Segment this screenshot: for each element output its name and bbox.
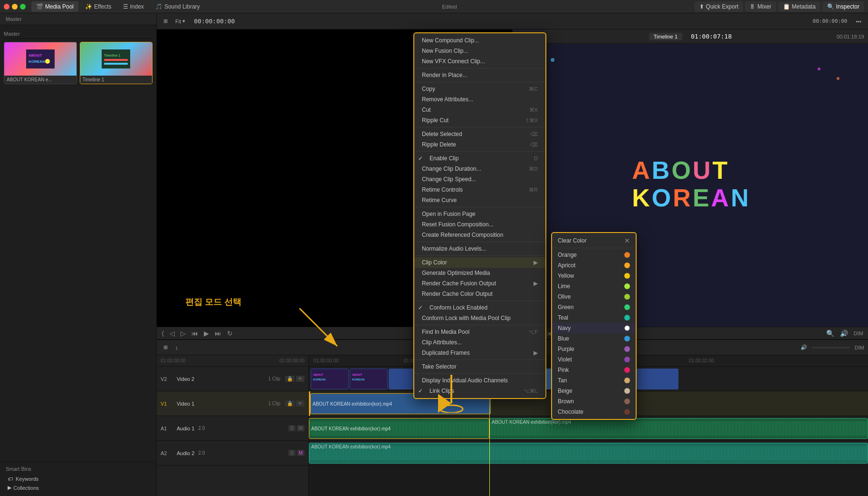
collections-item[interactable]: ▶ Collections (6, 483, 151, 492)
ctx-clip-attributes[interactable]: Clip Attributes... (414, 337, 545, 348)
ctx-ripple-cut[interactable]: Ripple Cut⇧⌘X (414, 115, 545, 126)
color-clear[interactable]: Clear Color ✕ (552, 235, 636, 246)
keywords-item[interactable]: 🏷 Keywords (6, 475, 151, 483)
metadata-icon: 📋 (783, 3, 790, 10)
ctx-reset-fusion-composition[interactable]: Reset Fusion Composition... (414, 219, 545, 230)
a2-clip[interactable]: ABOUT KOREAN exhibition(kor).mp4 (309, 443, 868, 464)
ctx-remove-attributes[interactable]: Remove Attributes... (414, 94, 545, 105)
a1-m-btn[interactable]: M (297, 425, 305, 431)
color-navy[interactable]: Navy (552, 323, 636, 333)
ctx-clip-color[interactable]: Clip Color ▶ (414, 257, 545, 268)
timeline-tool-2[interactable]: ↕ (172, 344, 181, 351)
color-orange[interactable]: Orange (552, 250, 636, 260)
maximize-btn[interactable] (20, 4, 26, 10)
ctx-new-fusion-clip[interactable]: New Fusion Clip... (414, 46, 545, 56)
v2-lock-btn[interactable]: 🔒 (285, 376, 295, 382)
ctx-new-vfx-connect-clip[interactable]: New VFX Connect Clip... (414, 56, 545, 67)
a1-s-btn[interactable]: S (288, 425, 296, 431)
media-item-2[interactable]: Timeline 1 Timeline 1 (80, 42, 153, 84)
inspector-btn[interactable]: 🔍 Inspector (822, 1, 864, 12)
ctx-delete-selected[interactable]: Delete Selected⌫ (414, 129, 545, 139)
index-tab[interactable]: ☰ Index (118, 1, 149, 12)
timeline-tool-1[interactable]: ⊞ (161, 343, 171, 351)
source-loop-btn[interactable]: ↻ (225, 330, 235, 337)
ctx-take-selector[interactable]: Take Selector (414, 361, 545, 372)
media-pool-tab[interactable]: 🎬 Media Pool (31, 1, 78, 12)
a1-clip[interactable]: ABOUT KOREAN exhibition(kor).mp4 (309, 418, 489, 439)
ctx-create-referenced-composition[interactable]: Create Referenced Composition (414, 230, 545, 240)
color-tan[interactable]: Tan (552, 375, 636, 386)
mixer-btn[interactable]: 🎚 Mixer (745, 1, 776, 12)
ctx-new-compound-clip[interactable]: New Compound Clip... (414, 35, 545, 46)
ctx-change-clip-speed[interactable]: Change Clip Speed... (414, 174, 545, 185)
ctx-duplicated-frames[interactable]: Duplicated Frames▶ (414, 348, 545, 358)
zoom-btn[interactable]: Fit ▾ (172, 17, 188, 25)
color-blue[interactable]: Blue (552, 333, 636, 344)
ctx-display-individual-audio[interactable]: Display Individual Audio Channels (414, 375, 545, 386)
quick-export-btn[interactable]: ⬆ Quick Export (695, 1, 744, 12)
source-step-back-btn[interactable]: ◁ (168, 330, 177, 337)
ctx-conform-lock-media-pool[interactable]: Conform Lock with Media Pool Clip (414, 313, 545, 323)
source-prev-btn[interactable]: ⟨ (160, 330, 166, 337)
color-brown[interactable]: Brown (552, 396, 636, 407)
color-lime[interactable]: Lime (552, 281, 636, 292)
source-step-fwd-btn[interactable]: ▷ (179, 330, 188, 337)
close-btn[interactable] (4, 4, 10, 10)
color-violet[interactable]: Violet (552, 354, 636, 365)
ctx-cut[interactable]: Cut⌘X (414, 105, 545, 115)
color-pink[interactable]: Pink (552, 365, 636, 375)
ctx-normalize-audio-levels[interactable]: Normalize Audio Levels... (414, 243, 545, 254)
color-yellow[interactable]: Yellow (552, 271, 636, 281)
ctx-render-in-place-label: Render in Place... (422, 72, 467, 78)
ctx-retime-curve[interactable]: Retime Curve (414, 195, 545, 205)
ctx-generate-optimized-media[interactable]: Generate Optimized Media (414, 268, 545, 278)
color-green[interactable]: Green (552, 302, 636, 312)
ctx-open-fusion-page[interactable]: Open in Fusion Page (414, 209, 545, 219)
viewer-mode-btn[interactable]: ⊞ (161, 17, 171, 25)
ctx-retime-controls[interactable]: Retime Controls⌘R (414, 185, 545, 195)
source-skip-end-btn[interactable]: ⏭ (213, 330, 223, 337)
source-skip-start-btn[interactable]: ⏮ (190, 330, 200, 337)
timeline-name-tab[interactable]: Timeline 1 (649, 33, 682, 40)
v1-eye-btn[interactable]: 👁 (296, 400, 305, 407)
a2-s-btn[interactable]: S (288, 450, 296, 456)
ctx-ripple-cut-label: Ripple Cut (422, 117, 448, 124)
v2-eye-btn[interactable]: 👁 (296, 376, 305, 382)
v2-clip-2[interactable]: ABOUTKOREAN (350, 369, 388, 389)
ctx-render-in-place[interactable]: Render in Place... (414, 70, 545, 80)
color-purple[interactable]: Purple (552, 344, 636, 354)
color-beige[interactable]: Beige (552, 386, 636, 396)
about-line2: K O R E A N (632, 185, 748, 212)
color-teal[interactable]: Teal (552, 312, 636, 323)
color-submenu: Clear Color ✕ Orange Apricot Yellow Lime (551, 232, 637, 420)
v1-lock-btn[interactable]: 🔒 (285, 400, 295, 407)
ctx-render-cache-fusion[interactable]: Render Cache Fusion Output▶ (414, 278, 545, 289)
metadata-btn[interactable]: 📋 Metadata (778, 1, 820, 12)
ctx-find-in-media-pool[interactable]: Find In Media Pool⌥F (414, 327, 545, 337)
ctx-ripple-delete[interactable]: Ripple Delete⌫ (414, 139, 545, 150)
ctx-conform-lock-enabled[interactable]: ✓Conform Lock Enabled (414, 302, 545, 313)
media-item-1[interactable]: ABOUT KOREAN ABOUT KOREAN e... (4, 42, 77, 84)
ctx-render-cache-color[interactable]: Render Cache Color Output (414, 289, 545, 299)
effects-tab[interactable]: ✨ Effects (80, 1, 116, 12)
color-olive[interactable]: Olive (552, 292, 636, 302)
ctx-copy[interactable]: Copy⌘C (414, 84, 545, 94)
color-chocolate[interactable]: Chocolate (552, 407, 636, 417)
timeline-vol-btn[interactable]: 🔊 (798, 343, 810, 351)
ctx-normalize-audio-levels-label: Normalize Audio Levels... (422, 245, 486, 252)
sound-library-tab[interactable]: 🎵 Sound Library (151, 1, 205, 12)
source-play-btn[interactable]: ▶ (202, 330, 211, 337)
a1-extended-clip[interactable]: ABOUT KOREAN exhibition(kor).mp4 (489, 418, 868, 439)
program-vol-btn[interactable]: 🔊 (838, 330, 850, 337)
ctx-enable-clip[interactable]: ✓Enable ClipD (414, 153, 545, 164)
minimize-btn[interactable] (12, 4, 18, 10)
ctx-link-clips[interactable]: ✓Link Clips⌥⌘L (414, 386, 545, 396)
volume-slider[interactable] (812, 347, 850, 349)
program-zoom-out-btn[interactable]: 🔍 (824, 330, 836, 337)
color-apricot[interactable]: Apricot (552, 260, 636, 271)
a2-m-btn[interactable]: M (297, 450, 305, 456)
ctx-change-clip-duration[interactable]: Change Clip Duration...⌘D (414, 164, 545, 174)
extra-options-btn[interactable]: ••• (853, 18, 864, 25)
v2-clip-1[interactable]: ABOUTKOREAN (311, 369, 349, 389)
color-pink-label: Pink (558, 367, 569, 373)
